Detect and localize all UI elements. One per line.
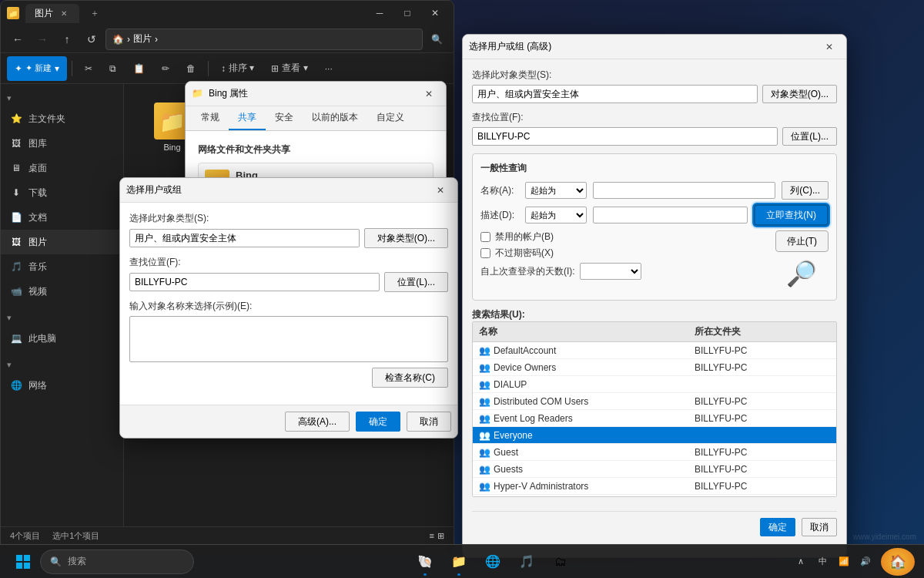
maximize-btn[interactable]: □	[395, 4, 420, 22]
tab-share[interactable]: 共享	[229, 106, 266, 130]
sidebar-item-documents[interactable]: 📄 文档	[1, 205, 123, 230]
search-now-btn[interactable]: 立即查找(N)	[754, 204, 829, 226]
result-row-8[interactable]: 👥Hyper-V Administrators BILLYFU-PC	[473, 478, 836, 495]
tab-customize[interactable]: 自定义	[367, 106, 413, 130]
adv-object-type-input[interactable]	[472, 85, 758, 103]
result-row-1[interactable]: 👥Device Owners BILLYFU-PC	[473, 359, 836, 376]
adv-location-btn[interactable]: 位置(L)...	[782, 127, 837, 146]
sidebar-item-music[interactable]: 🎵 音乐	[1, 254, 123, 279]
more-btn[interactable]: ···	[317, 56, 340, 81]
sidebar-item-thispc[interactable]: 💻 此电脑	[1, 326, 123, 351]
adv-location-input[interactable]	[472, 127, 778, 146]
cancel-btn[interactable]: 取消	[407, 412, 451, 432]
taskbar-indicator-1	[457, 573, 460, 576]
no-expire-label: 不过期密码(X)	[495, 247, 554, 260]
start-btn[interactable]	[9, 548, 37, 576]
sidebar-item-desktop[interactable]: 🖥 桌面	[1, 156, 123, 180]
taskbar-app-3[interactable]: 🎵	[511, 546, 542, 577]
result-row-4[interactable]: 👥Event Log Readers BILLYFU-PC	[473, 410, 836, 427]
minimize-btn[interactable]: ─	[367, 4, 392, 22]
ok-btn[interactable]: 确定	[356, 412, 400, 432]
sidebar-group-1[interactable]: ▾	[1, 90, 123, 106]
result-name-8: 👥Hyper-V Administrators	[473, 479, 688, 493]
results-body: 👥DefaultAccount BILLYFU-PC 👥Device Owner…	[473, 342, 836, 496]
sidebar-group-3[interactable]: ▾	[1, 357, 123, 373]
object-type-btn[interactable]: 对象类型(O)...	[364, 228, 448, 248]
grid-view-btn[interactable]: ⊞	[437, 531, 444, 541]
days-select[interactable]	[580, 263, 641, 280]
adv-dialog-close[interactable]: ✕	[819, 39, 840, 55]
tab-general[interactable]: 常规	[192, 106, 229, 130]
up-btn[interactable]: ↑	[56, 29, 78, 50]
result-row-7[interactable]: 👥Guests BILLYFU-PC	[473, 461, 836, 478]
cut-btn[interactable]: ✂	[77, 56, 100, 81]
paste-btn[interactable]: 📋	[126, 56, 152, 81]
object-type-input[interactable]	[129, 229, 360, 247]
result-row-9[interactable]: 👥IIS_IUSRS	[473, 495, 836, 496]
check-name-btn[interactable]: 检查名称(C)	[372, 368, 448, 388]
result-name-2: 👥DIALUP	[473, 378, 688, 391]
tray-volume[interactable]: 🔊	[856, 553, 875, 571]
taskbar-search-bar[interactable]: 🔍 搜索	[40, 549, 194, 574]
download-icon: ⬇	[10, 187, 22, 199]
columns-btn[interactable]: 列(C)...	[782, 181, 829, 200]
stop-btn[interactable]: 停止(T)	[775, 230, 829, 252]
tab-close-btn[interactable]: ✕	[58, 7, 70, 19]
result-row-0[interactable]: 👥DefaultAccount BILLYFU-PC	[473, 342, 836, 359]
sidebar-item-network[interactable]: 🌐 网络	[1, 373, 123, 398]
result-row-6[interactable]: 👥Guest BILLYFU-PC	[473, 444, 836, 461]
adv-ok-btn[interactable]: 确定	[760, 518, 795, 536]
result-row-2[interactable]: 👥DIALUP	[473, 376, 836, 393]
desc-value-input[interactable]	[593, 207, 748, 223]
bing-props-close[interactable]: ✕	[418, 86, 440, 102]
tray-expand-btn[interactable]: ∧	[792, 553, 810, 571]
tab-previous[interactable]: 以前的版本	[303, 106, 367, 130]
result-row-5[interactable]: 👥Everyone	[473, 427, 836, 444]
results-header: 名称 所在文件夹	[473, 322, 836, 342]
name-value-input[interactable]	[593, 182, 775, 199]
rename-btn[interactable]: ✏	[154, 56, 177, 81]
search-btn[interactable]: 🔍	[426, 29, 447, 50]
sort-btn[interactable]: ↕ 排序 ▾	[213, 56, 262, 81]
item-count: 4个项目	[10, 530, 40, 542]
advanced-btn[interactable]: 高级(A)...	[285, 412, 350, 432]
object-name-textarea[interactable]	[129, 316, 448, 362]
close-btn[interactable]: ✕	[423, 4, 447, 22]
taskbar-app-0[interactable]: 🐚	[410, 546, 440, 577]
taskbar-app-1[interactable]: 📁	[444, 546, 474, 577]
back-btn[interactable]: ←	[7, 29, 28, 50]
sidebar-item-pictures[interactable]: 🖼 图片	[1, 230, 123, 254]
list-view-btn[interactable]: ≡	[430, 531, 434, 541]
taskbar-app-4[interactable]: 🗂	[545, 546, 576, 577]
svg-rect-0	[16, 555, 22, 561]
sidebar-item-gallery[interactable]: 🖼 图库	[1, 131, 123, 156]
delete-btn[interactable]: 🗑	[179, 56, 203, 81]
select-user-small-close[interactable]: ✕	[430, 182, 451, 199]
sidebar-item-videos[interactable]: 📹 视频	[1, 279, 123, 304]
tray-wifi[interactable]: 📶	[835, 553, 853, 571]
sidebar-item-downloads[interactable]: ⬇ 下载	[1, 180, 123, 205]
copy-btn[interactable]: ⧉	[102, 56, 124, 81]
status-bar: 4个项目 选中1个项目 ≡ ⊞	[1, 526, 454, 545]
disabled-accounts-checkbox[interactable]	[480, 232, 490, 242]
result-row-3[interactable]: 👥Distributed COM Users BILLYFU-PC	[473, 393, 836, 410]
location-input[interactable]	[129, 273, 380, 291]
address-bar[interactable]: 🏠 › 图片 ›	[105, 29, 423, 50]
name-condition-select[interactable]: 起始为	[525, 182, 587, 199]
no-expire-checkbox[interactable]	[480, 248, 490, 258]
explorer-tab-active[interactable]: 图片 ✕	[25, 4, 79, 23]
new-tab-btn[interactable]: ＋	[85, 4, 104, 22]
sidebar-group-2[interactable]: ▾	[1, 310, 123, 326]
adv-cancel-btn[interactable]: 取消	[802, 518, 837, 536]
new-btn[interactable]: ✦ ✦ 新建 ▾	[7, 56, 67, 81]
location-btn[interactable]: 位置(L)...	[384, 272, 448, 292]
tray-lang[interactable]: 中	[813, 553, 832, 571]
taskbar-app-2[interactable]: 🌐	[477, 546, 508, 577]
sidebar-item-home[interactable]: ⭐ 主文件夹	[1, 106, 123, 131]
group-icon-8: 👥	[479, 481, 490, 492]
tab-security[interactable]: 安全	[266, 106, 303, 130]
adv-object-type-btn[interactable]: 对象类型(O)...	[762, 85, 837, 103]
desc-condition-select[interactable]: 起始为	[525, 207, 587, 223]
refresh-btn[interactable]: ↺	[81, 29, 102, 50]
view-btn[interactable]: ⊞ 查看 ▾	[263, 56, 315, 81]
